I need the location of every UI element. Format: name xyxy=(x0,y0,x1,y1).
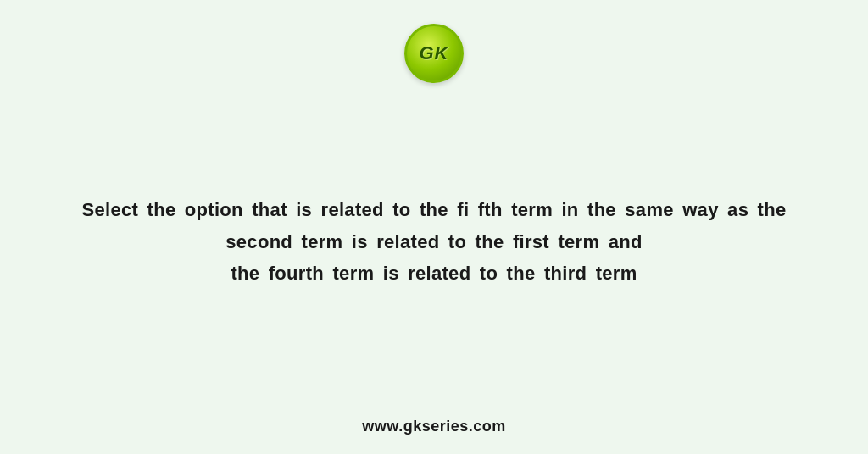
question-line2: second term is related to the first term… xyxy=(225,231,642,252)
main-content: Select the option that is related to the… xyxy=(31,66,837,418)
logo-text: GK xyxy=(420,42,449,64)
question-line3: the fourth term is related to the third … xyxy=(231,263,637,284)
footer-url: www.gkseries.com xyxy=(362,418,505,435)
footer: www.gkseries.com xyxy=(362,418,505,435)
question-text: Select the option that is related to the… xyxy=(82,194,787,289)
question-line1: Select the option that is related to the… xyxy=(82,199,787,220)
